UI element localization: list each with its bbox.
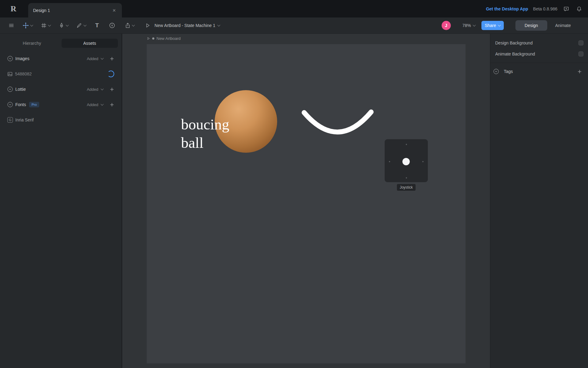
zoom-chevron-icon[interactable] <box>473 23 476 26</box>
chevron-circle-icon[interactable] <box>7 86 13 92</box>
pro-badge: Pro <box>29 102 39 107</box>
add-image-button[interactable] <box>109 56 114 61</box>
user-avatar[interactable]: J <box>442 21 451 30</box>
tags-label: Tags <box>504 69 513 74</box>
get-desktop-app-link[interactable]: Get the Desktop App <box>486 6 528 11</box>
tags-section-row: Tags <box>490 65 588 78</box>
feedback-icon[interactable] <box>562 5 570 13</box>
joystick-dot-right <box>422 161 424 162</box>
lightning-bolt-icon <box>109 22 115 29</box>
play-icon <box>145 23 150 28</box>
joystick-label-wrap: Joystick <box>385 184 428 191</box>
joystick-dot-top <box>406 144 407 145</box>
joystick-component[interactable] <box>385 139 428 182</box>
fonts-added-label: Added <box>87 102 98 107</box>
menu-hamburger-icon[interactable] <box>8 22 14 29</box>
zoom-control[interactable]: 78% <box>462 23 475 28</box>
text-tool[interactable]: T <box>95 22 99 29</box>
plus-icon <box>578 70 582 74</box>
mode-toggle: Design Animate <box>515 20 579 31</box>
smile-arc[interactable] <box>304 112 371 132</box>
design-background-swatch[interactable] <box>579 40 583 45</box>
images-added-label: Added <box>87 56 98 61</box>
transform-tool[interactable] <box>22 22 33 29</box>
share-chevron-icon[interactable] <box>498 23 501 26</box>
joystick-knob[interactable] <box>402 158 410 165</box>
events-tool[interactable] <box>109 22 115 29</box>
pen-nib-icon <box>58 22 65 29</box>
shape-tool[interactable] <box>76 22 86 29</box>
animate-background-swatch[interactable] <box>579 52 583 56</box>
joystick-label: Joystick <box>397 184 416 191</box>
move-arrows-icon <box>22 22 29 29</box>
animate-background-label: Animate Background <box>495 52 535 56</box>
chevron-circle-icon[interactable] <box>7 102 13 107</box>
artboard[interactable]: boucing ball Joystick <box>147 44 466 363</box>
tab-bar: R Design 1 × Get the Desktop App Beta 0.… <box>0 0 588 17</box>
inspector-panel: Design Background Animate Background Tag… <box>490 34 588 368</box>
lottie-added-dropdown[interactable]: Added <box>87 87 103 92</box>
ball-text[interactable]: boucing ball <box>181 115 229 152</box>
design-mode-button[interactable]: Design <box>515 20 547 31</box>
export-tool[interactable] <box>125 22 134 29</box>
add-tag-button[interactable] <box>577 69 582 74</box>
lottie-section-row: Lottie Added <box>0 82 122 97</box>
artboard-tool-chevron-icon[interactable] <box>48 23 51 26</box>
fonts-added-chevron-icon <box>101 102 104 105</box>
zoom-level-label: 78% <box>462 23 471 28</box>
fonts-added-dropdown[interactable]: Added <box>87 102 103 107</box>
toolbar-right: J 78% Share Design Animate <box>442 20 588 31</box>
state-machine-dot-icon <box>152 37 154 40</box>
playback-selector[interactable]: New Artboard - State Machine 1 <box>145 23 220 28</box>
artboard-tool[interactable] <box>41 22 51 29</box>
font-asset-name: Inria Serif <box>15 117 34 122</box>
file-tab[interactable]: Design 1 × <box>28 3 122 17</box>
tab-hierarchy[interactable]: Hierarchy <box>4 39 60 48</box>
playback-chevron-icon[interactable] <box>217 23 221 26</box>
design-background-label: Design Background <box>495 40 533 45</box>
transform-tool-chevron-icon[interactable] <box>30 23 33 26</box>
images-added-dropdown[interactable]: Added <box>87 56 103 61</box>
share-button-label: Share <box>485 23 496 28</box>
animate-mode-button[interactable]: Animate <box>547 20 579 31</box>
image-asset-name: 5488082 <box>15 71 32 76</box>
animate-background-row: Animate Background <box>490 48 588 59</box>
tabbar-right: Get the Desktop App Beta 0.8.986 <box>486 0 583 17</box>
images-added-chevron-icon <box>101 56 104 59</box>
pen-tool-chevron-icon[interactable] <box>66 23 69 26</box>
chevron-circle-icon[interactable] <box>7 56 13 61</box>
add-lottie-button[interactable] <box>109 87 114 92</box>
plus-icon <box>110 57 114 61</box>
ball-text-line2: ball <box>181 134 229 152</box>
tab-assets[interactable]: Assets <box>62 39 118 48</box>
plus-icon <box>110 103 114 107</box>
google-font-icon: G <box>7 117 13 123</box>
image-icon <box>7 71 13 77</box>
font-asset-item[interactable]: G Inria Serif <box>0 112 122 128</box>
chevron-circle-icon[interactable] <box>493 69 499 74</box>
inspector-divider <box>490 63 588 63</box>
frame-icon <box>41 22 47 29</box>
playback-target-label: New Artboard - State Machine 1 <box>155 23 215 28</box>
panel-tabs: Hierarchy Assets <box>0 34 122 51</box>
share-button[interactable]: Share <box>481 21 504 30</box>
canvas-viewport[interactable]: New Artboard boucing ball Joystick <box>122 34 490 368</box>
left-panel: Hierarchy Assets Images Added <box>0 34 122 368</box>
play-icon <box>147 37 150 40</box>
loading-spinner <box>107 71 114 77</box>
shape-tool-chevron-icon[interactable] <box>84 23 87 26</box>
ball-text-line1: boucing <box>181 115 229 134</box>
rive-logo[interactable]: R <box>7 0 20 17</box>
artboard-header[interactable]: New Artboard <box>147 36 181 41</box>
add-font-button[interactable] <box>109 102 114 107</box>
joystick-dot-bottom <box>406 177 407 178</box>
image-asset-item[interactable]: 5488082 <box>0 66 122 82</box>
close-tab-icon[interactable]: × <box>111 7 117 14</box>
pen-tool[interactable] <box>58 22 68 29</box>
fonts-section-row: Fonts Pro Added <box>0 97 122 112</box>
rive-editor: R Design 1 × Get the Desktop App Beta 0.… <box>0 0 588 368</box>
export-tool-chevron-icon[interactable] <box>132 23 135 26</box>
design-background-row: Design Background <box>490 37 588 48</box>
lottie-added-chevron-icon <box>101 87 104 90</box>
notifications-bell-icon[interactable] <box>575 5 583 13</box>
